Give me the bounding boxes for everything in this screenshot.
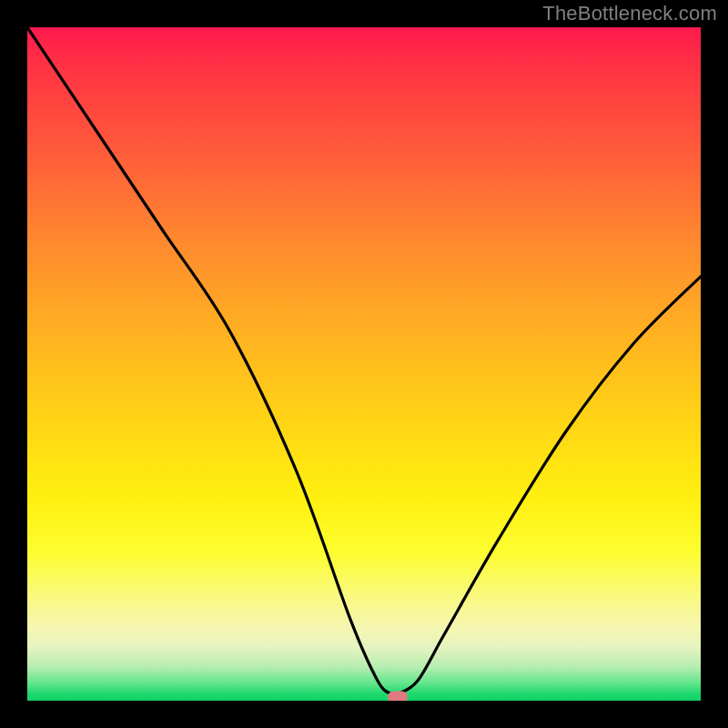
curve-path <box>27 27 701 695</box>
plot-area <box>27 27 701 701</box>
bottleneck-curve <box>27 27 701 701</box>
chart-frame: TheBottleneck.com <box>0 0 728 728</box>
watermark-text: TheBottleneck.com <box>542 2 717 25</box>
optimal-marker <box>388 691 408 701</box>
